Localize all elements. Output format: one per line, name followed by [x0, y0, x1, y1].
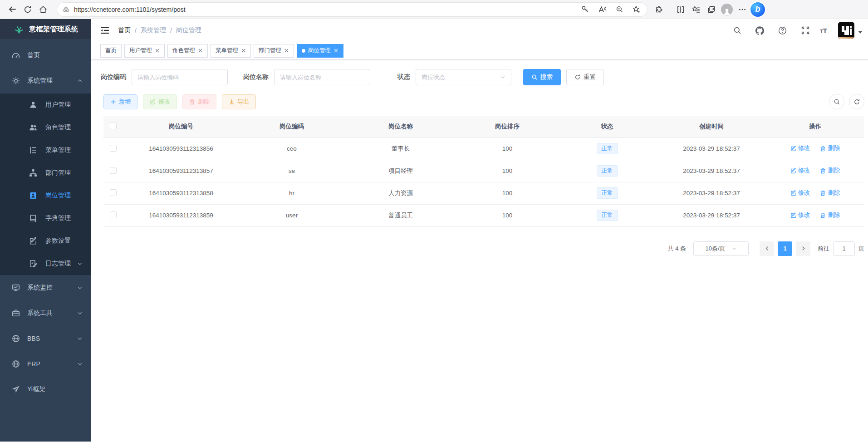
row-edit-link[interactable]: 修改 [790, 189, 810, 197]
help-icon[interactable] [775, 23, 790, 38]
tab-close-icon[interactable] [284, 48, 289, 53]
status-select[interactable]: 岗位状态 [416, 69, 511, 85]
tab-post-management[interactable]: 岗位管理 [297, 44, 343, 58]
page-size-select[interactable]: 10条/页 [693, 241, 749, 256]
row-checkbox[interactable] [110, 145, 117, 152]
sidebar-fold-icon[interactable] [100, 25, 110, 35]
export-button[interactable]: 导出 [222, 94, 256, 109]
reset-button[interactable]: 重置 [566, 69, 604, 85]
zoom-out-icon[interactable] [612, 2, 627, 17]
app-title: 意框架管理系统 [29, 25, 78, 34]
status-select-placeholder: 岗位状态 [422, 73, 445, 81]
next-page-button[interactable] [796, 241, 810, 256]
delete-button[interactable]: 删除 [182, 94, 216, 109]
sidebar-item-log-management[interactable]: 日志管理 [0, 252, 91, 275]
back-icon[interactable] [5, 2, 20, 17]
address-bar[interactable]: https://ccnetcore.com:1101/system/post [57, 3, 647, 16]
sidebar-item-erp[interactable]: ERP [0, 351, 91, 377]
tab-close-icon[interactable] [155, 48, 160, 53]
row-delete-link[interactable]: 删除 [820, 211, 840, 219]
post-code-input[interactable] [132, 69, 228, 85]
row-edit-link[interactable]: 修改 [790, 211, 810, 219]
table-header-row: 岗位编号 岗位编码 岗位名称 岗位排序 状态 创建时间 操作 [103, 116, 864, 138]
goto-page-input[interactable] [833, 241, 855, 256]
collections-icon[interactable] [704, 2, 719, 17]
cell-post-name: 普通员工 [344, 204, 457, 226]
prev-page-button[interactable] [760, 241, 774, 256]
favorite-add-icon[interactable] [629, 2, 644, 17]
toggle-search-button[interactable] [829, 94, 844, 109]
reset-button-label: 重置 [584, 73, 596, 81]
browser-menu-icon[interactable] [735, 2, 750, 17]
tab-label: 首页 [105, 47, 117, 54]
row-checkbox[interactable] [110, 189, 117, 196]
cell-post-sort: 100 [457, 204, 557, 226]
row-edit-link[interactable]: 修改 [790, 144, 810, 152]
extensions-puzzle-icon[interactable] [652, 2, 667, 17]
breadcrumb-home[interactable]: 首页 [118, 26, 131, 34]
tab-dept-management[interactable]: 部门管理 [254, 44, 294, 58]
user-menu[interactable] [838, 22, 863, 39]
sidebar-item-bbs[interactable]: BBS [0, 326, 91, 351]
sidebar-item-dict-management[interactable]: 字典管理 [0, 207, 91, 230]
tab-close-icon[interactable] [333, 48, 338, 53]
page-size-value: 10条/页 [705, 245, 725, 253]
row-delete-link[interactable]: 删除 [820, 189, 840, 197]
tab-menu-management[interactable]: 菜单管理 [211, 44, 251, 58]
row-checkbox[interactable] [110, 211, 117, 218]
post-name-input[interactable] [274, 69, 370, 85]
post-table: 岗位编号 岗位编码 岗位名称 岗位排序 状态 创建时间 操作 164103059… [103, 116, 864, 227]
search-button[interactable]: 搜索 [523, 69, 561, 85]
font-size-icon[interactable]: TT [820, 27, 827, 34]
sidebar-item-label: 菜单管理 [45, 146, 71, 154]
user-avatar[interactable] [838, 22, 854, 39]
sidebar-item-post-management[interactable]: 岗位管理 [0, 184, 91, 207]
url-text[interactable]: https://ccnetcore.com:1101/system/post [74, 6, 577, 13]
header-search-icon[interactable] [730, 23, 745, 38]
add-button[interactable]: 新增 [103, 94, 137, 109]
password-key-icon[interactable] [577, 2, 593, 17]
sidebar-item-yi-framework[interactable]: Yi框架 [0, 377, 91, 402]
sidebar-item-menu-management[interactable]: 菜单管理 [0, 139, 91, 162]
row-delete-link[interactable]: 删除 [820, 167, 840, 175]
sidebar-item-dept-management[interactable]: 部门管理 [0, 162, 91, 184]
globe-icon [12, 360, 20, 368]
page-number-1[interactable]: 1 [778, 241, 792, 256]
sidebar-item-system-tools[interactable]: 系统工具 [0, 300, 91, 326]
read-aloud-icon[interactable] [594, 2, 610, 17]
bing-copilot-icon[interactable]: b [750, 2, 765, 17]
favorites-bar-icon[interactable] [688, 2, 704, 17]
sidebar-item-label: ERP [27, 360, 40, 368]
sidebar-item-label: 角色管理 [45, 123, 71, 132]
sidebar-item-role-management[interactable]: 角色管理 [0, 116, 91, 139]
split-screen-icon[interactable] [673, 2, 688, 17]
tab-role-management[interactable]: 角色管理 [167, 44, 208, 58]
refresh-icon[interactable] [20, 2, 35, 17]
delete-button-label: 删除 [198, 98, 210, 106]
select-all-checkbox[interactable] [110, 123, 117, 129]
sidebar-item-label: 用户管理 [45, 101, 71, 109]
sidebar-item-param-settings[interactable]: 参数设置 [0, 230, 91, 252]
main-content: 首页 / 系统管理 / 岗位管理 TT [91, 19, 868, 442]
github-icon[interactable] [752, 23, 768, 38]
browser-profile-avatar[interactable] [719, 2, 735, 17]
status-badge: 正常 [597, 165, 618, 177]
pagination: 共 4 条 10条/页 1 前往 页 [91, 241, 864, 256]
tab-home[interactable]: 首页 [100, 44, 122, 58]
sidebar-item-home[interactable]: 首页 [0, 43, 91, 68]
refresh-table-button[interactable] [849, 94, 864, 109]
row-edit-link[interactable]: 修改 [790, 167, 810, 175]
fullscreen-icon[interactable] [798, 23, 813, 38]
row-delete-link[interactable]: 删除 [820, 144, 840, 152]
app-logo[interactable]: 意框架管理系统 [0, 19, 91, 39]
home-icon[interactable] [35, 2, 51, 17]
sidebar-item-system-management[interactable]: 系统管理 [0, 68, 91, 93]
chevron-down-icon [77, 336, 83, 341]
tab-close-icon[interactable] [241, 48, 246, 53]
edit-button[interactable]: 修改 [143, 94, 177, 109]
tab-close-icon[interactable] [198, 48, 203, 53]
sidebar-item-user-management[interactable]: 用户管理 [0, 93, 91, 116]
row-checkbox[interactable] [110, 167, 117, 174]
sidebar-item-system-monitor[interactable]: 系统监控 [0, 275, 91, 300]
tab-user-management[interactable]: 用户管理 [124, 44, 165, 58]
